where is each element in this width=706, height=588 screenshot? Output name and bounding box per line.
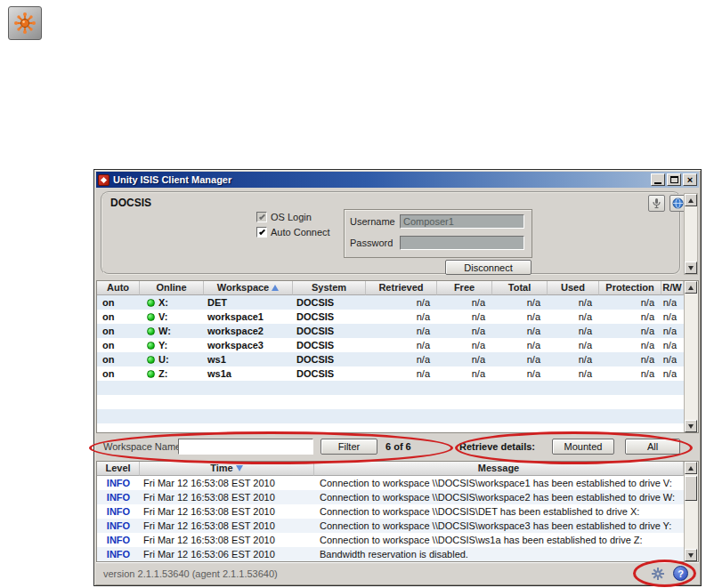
password-field[interactable] xyxy=(400,236,524,250)
column-header-retrieved[interactable]: Retrieved xyxy=(366,281,437,295)
log-scrollbar[interactable] xyxy=(684,462,698,561)
rw-cell: n/a xyxy=(661,338,684,352)
scroll-up-button[interactable] xyxy=(685,281,697,294)
workspace-row[interactable]: on X: DET DOCSIS n/a n/a n/a n/a n/a n/a xyxy=(97,295,684,310)
column-header-total[interactable]: Total xyxy=(492,281,548,295)
total-cell: n/a xyxy=(492,310,548,324)
total-cell: n/a xyxy=(492,366,548,381)
auto-cell: on xyxy=(97,310,140,324)
workspace-row[interactable]: on U: ws1 DOCSIS n/a n/a n/a n/a n/a n/a xyxy=(97,352,684,366)
drive-letter: Y: xyxy=(158,338,167,352)
mounted-button[interactable]: Mounted xyxy=(552,439,614,455)
workspace-scrollbar[interactable] xyxy=(684,281,698,432)
workspace-row[interactable]: on W: workspace2 DOCSIS n/a n/a n/a n/a … xyxy=(97,324,684,338)
retrieved-cell: n/a xyxy=(366,352,437,366)
free-cell: n/a xyxy=(437,338,492,352)
online-cell: X: xyxy=(140,295,204,310)
log-row[interactable]: INFO Fri Mar 12 16:53:08 EST 2010 Connec… xyxy=(97,490,684,504)
workspace-row[interactable]: on V: workspace1 DOCSIS n/a n/a n/a n/a … xyxy=(97,310,684,324)
client-manager-window: Unity ISIS Client Manager × DOCSIS OS Lo… xyxy=(93,169,702,586)
isis-app-icon[interactable] xyxy=(8,6,42,40)
password-label: Password xyxy=(350,238,400,248)
column-header-workspace[interactable]: Workspace xyxy=(204,281,293,295)
os-login-checkbox[interactable]: OS Login xyxy=(256,212,312,222)
log-row[interactable]: INFO Fri Mar 12 16:53:08 EST 2010 Connec… xyxy=(97,519,684,533)
connection-scrollbar[interactable] xyxy=(684,193,698,275)
log-level-cell: INFO xyxy=(97,519,140,533)
scroll-down-button[interactable] xyxy=(685,549,697,561)
column-header-rw[interactable]: R/W xyxy=(661,281,684,295)
column-header-time[interactable]: Time xyxy=(140,462,314,476)
log-row[interactable]: INFO Fri Mar 12 16:53:08 EST 2010 Connec… xyxy=(97,533,684,547)
auto-connect-checkbox[interactable]: Auto Connect xyxy=(256,227,330,238)
log-row[interactable]: INFO Fri Mar 12 16:53:06 EST 2010 Bandwi… xyxy=(97,547,684,561)
rw-cell: n/a xyxy=(661,366,684,381)
used-cell: n/a xyxy=(548,310,599,324)
retrieve-details-label: Retrieve details: xyxy=(459,441,535,452)
workspace-row[interactable]: on Y: workspace3 DOCSIS n/a n/a n/a n/a … xyxy=(97,338,684,352)
column-header-system[interactable]: System xyxy=(293,281,366,295)
log-row[interactable]: INFO Fri Mar 12 16:53:08 EST 2010 Connec… xyxy=(97,476,684,490)
username-field[interactable] xyxy=(400,214,524,229)
protection-cell: n/a xyxy=(599,352,661,366)
log-table: Level Time Message INFO Fri Mar 12 16:53… xyxy=(96,461,699,562)
log-table-main: Level Time Message INFO Fri Mar 12 16:53… xyxy=(97,462,684,561)
all-button[interactable]: All xyxy=(625,439,680,455)
column-header-level[interactable]: Level xyxy=(97,462,140,476)
scroll-up-button[interactable] xyxy=(685,194,697,206)
system-cell: DOCSIS xyxy=(293,295,366,310)
arrow-up-icon xyxy=(688,286,694,290)
protection-cell: n/a xyxy=(599,310,661,324)
log-message-cell: Connection to workspace \\DOCSIS\DET has… xyxy=(314,504,684,519)
online-cell: Y: xyxy=(140,338,204,352)
auto-cell: on xyxy=(97,366,140,381)
titlebar[interactable]: Unity ISIS Client Manager × xyxy=(96,172,699,188)
rw-cell: n/a xyxy=(661,295,684,310)
column-header-auto[interactable]: Auto xyxy=(97,281,140,295)
scrollbar-thumb[interactable] xyxy=(685,476,697,501)
log-message-cell: Connection to workspace \\DOCSIS\workspa… xyxy=(314,519,684,533)
column-header-online[interactable]: Online xyxy=(140,281,204,295)
help-button[interactable]: ? xyxy=(673,566,688,581)
system-cell: DOCSIS xyxy=(293,352,366,366)
filter-button[interactable]: Filter xyxy=(321,439,377,455)
log-message-cell: Connection to workspace \\DOCSIS\workspa… xyxy=(314,476,684,490)
checkmark-icon xyxy=(258,213,264,219)
used-cell: n/a xyxy=(548,295,599,310)
username-row: Username xyxy=(350,214,524,229)
workspace-name-cell: DET xyxy=(204,295,293,310)
checkbox-icon xyxy=(256,212,267,222)
scroll-up-button[interactable] xyxy=(685,462,697,474)
column-header-message[interactable]: Message xyxy=(314,462,684,476)
column-header-protection[interactable]: Protection xyxy=(599,281,661,295)
workspace-table-header: Auto Online Workspace System Retrieved F… xyxy=(97,281,684,295)
log-level-cell: INFO xyxy=(97,547,140,561)
disconnect-button[interactable]: Disconnect xyxy=(445,260,532,275)
workspace-name-cell: ws1a xyxy=(204,366,293,381)
workspace-name-cell: workspace3 xyxy=(204,338,293,352)
rw-cell: n/a xyxy=(661,324,684,338)
checkbox-icon xyxy=(256,227,267,238)
retrieved-cell: n/a xyxy=(366,366,437,381)
column-header-free[interactable]: Free xyxy=(437,281,492,295)
globe-icon xyxy=(672,197,684,209)
log-level-cell: INFO xyxy=(97,504,140,519)
minimize-button[interactable] xyxy=(651,173,665,186)
scroll-down-button[interactable] xyxy=(685,420,697,432)
close-button[interactable]: × xyxy=(683,173,697,186)
os-login-label: OS Login xyxy=(271,212,312,222)
log-row[interactable]: INFO Fri Mar 12 16:53:08 EST 2010 Connec… xyxy=(97,504,684,519)
log-time-cell: Fri Mar 12 16:53:08 EST 2010 xyxy=(140,476,314,490)
log-level-cell: INFO xyxy=(97,476,140,490)
retrieved-cell: n/a xyxy=(366,310,437,324)
workspace-name-input[interactable] xyxy=(178,439,313,455)
workspace-row[interactable]: on Z: ws1a DOCSIS n/a n/a n/a n/a n/a n/… xyxy=(97,366,684,381)
online-cell: W: xyxy=(140,324,204,338)
column-header-used[interactable]: Used xyxy=(548,281,599,295)
microphone-button[interactable] xyxy=(648,195,665,212)
retrieved-cell: n/a xyxy=(366,338,437,352)
auto-cell: on xyxy=(97,295,140,310)
maximize-button[interactable] xyxy=(667,173,681,186)
settings-gear-button[interactable] xyxy=(650,566,665,581)
scroll-down-button[interactable] xyxy=(685,262,697,274)
